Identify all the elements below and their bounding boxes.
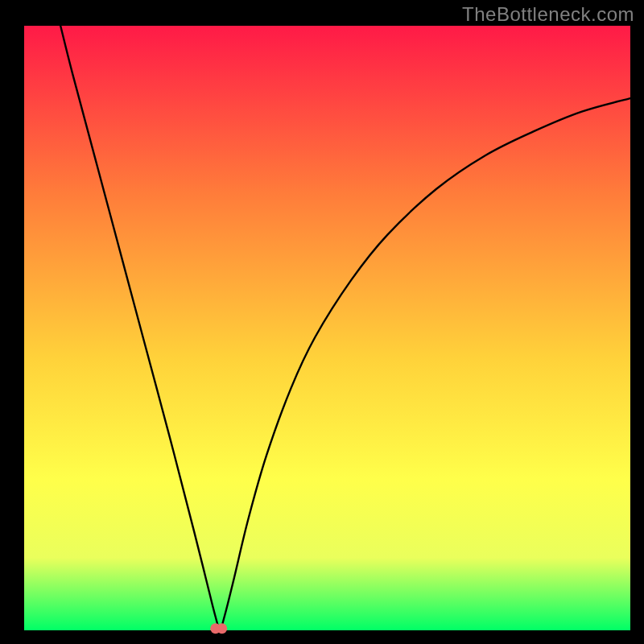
svg-point-1 <box>217 623 227 634</box>
minimum-marker <box>210 623 227 634</box>
chart-frame: TheBottleneck.com <box>0 0 644 644</box>
bottleneck-chart <box>0 0 644 644</box>
plot-background <box>24 26 630 630</box>
